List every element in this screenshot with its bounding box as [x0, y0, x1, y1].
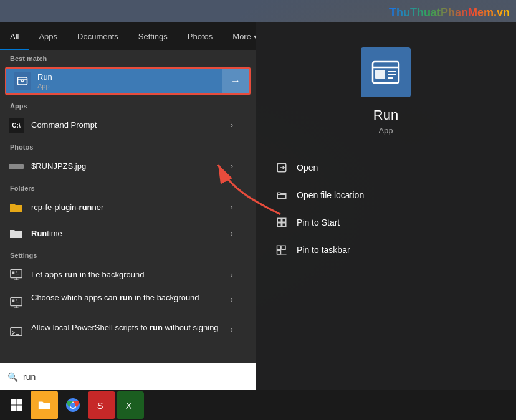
cmd-icon: C:\ [7, 117, 25, 134]
svg-rect-7 [12, 300, 15, 302]
settings-bg-icon [7, 266, 25, 284]
svg-rect-3 [12, 272, 15, 274]
tab-documents[interactable]: Documents [67, 22, 128, 50]
best-match-subtitle: App [37, 82, 217, 90]
pin-start-icon [274, 215, 289, 230]
results-list: Best match Run App → Apps C:\ [0, 50, 256, 363]
pin-start-action[interactable]: Pin to Start [274, 209, 497, 236]
svg-rect-28 [11, 399, 16, 405]
folder-runtime-name: Runtime [31, 229, 231, 239]
settings-bg-name: Let apps run in the background [31, 270, 231, 280]
chevron-right-icon-5: › [231, 270, 233, 279]
settings-ps-name: Allow local PowerShell scripts to run wi… [31, 323, 231, 333]
tab-photos[interactable]: Photos [178, 22, 222, 50]
photo-name: $RUNJPZS.jpg [31, 161, 231, 171]
chevron-right-icon-4: › [231, 229, 233, 238]
folder-yellow-icon [7, 199, 25, 216]
svg-rect-8 [16, 300, 17, 301]
taskbar-chrome[interactable] [59, 391, 87, 419]
cmd-name: Command Prompt [31, 120, 231, 130]
svg-rect-0 [18, 77, 27, 85]
chevron-right-icon-7: › [231, 325, 233, 334]
svg-text:X: X [126, 401, 132, 411]
svg-rect-30 [11, 406, 16, 411]
svg-rect-19 [277, 218, 281, 222]
pin-start-label: Pin to Start [297, 217, 340, 227]
taskbar-solitaire[interactable]: S [88, 391, 115, 419]
folder-white-icon [7, 225, 25, 242]
pin-taskbar-label: Pin to taskbar [297, 245, 350, 255]
settings-powershell-item[interactable]: Allow local PowerShell scripts to run wi… [0, 318, 256, 348]
chevron-right-icon-3: › [231, 203, 233, 212]
open-file-location-action[interactable]: Open file location [274, 181, 497, 209]
command-prompt-item[interactable]: C:\ Command Prompt › [0, 112, 256, 138]
chevron-right-icon: › [231, 121, 233, 130]
svg-rect-4 [16, 272, 17, 273]
svg-rect-9 [16, 302, 19, 302]
folder-plugin-name: rcp-fe-plugin-runner [31, 203, 231, 212]
settings-choose-icon [7, 294, 25, 312]
open-arrow-button[interactable]: → [222, 69, 249, 93]
app-icon-large [361, 47, 411, 97]
photos-section-label: Photos [0, 138, 256, 153]
nav-tabs: All Apps Documents Settings Photos More … [0, 22, 256, 50]
taskbar-file-explorer[interactable] [31, 391, 58, 419]
open-action[interactable]: Open [274, 154, 497, 181]
taskbar-excel[interactable]: X [117, 391, 144, 419]
right-panel: Run App Open Open file location [256, 22, 516, 390]
svg-rect-29 [17, 399, 22, 405]
taskbar: S X [0, 390, 516, 420]
open-file-location-label: Open file location [297, 190, 364, 200]
image-icon [7, 158, 25, 175]
svg-rect-5 [16, 274, 19, 274]
svg-point-34 [70, 403, 75, 408]
tab-all[interactable]: All [0, 22, 29, 50]
best-match-item[interactable]: Run App → [5, 67, 251, 95]
search-box: 🔍 [0, 363, 256, 390]
svg-rect-23 [277, 246, 281, 249]
pin-taskbar-action[interactable]: Pin to taskbar [274, 236, 497, 264]
svg-rect-31 [17, 406, 22, 411]
chevron-right-icon-6: › [231, 295, 233, 304]
svg-rect-22 [282, 223, 286, 227]
svg-rect-20 [282, 218, 286, 222]
settings-choose-name: Choose which apps can run in the backgro… [31, 293, 231, 303]
photo-item[interactable]: $RUNJPZS.jpg › [0, 153, 256, 179]
svg-rect-25 [277, 251, 281, 254]
folder-runtime-item[interactable]: Runtime › [0, 221, 256, 247]
folders-section-label: Folders [0, 179, 256, 194]
svg-text:S: S [97, 401, 103, 411]
settings-section-label: Settings [0, 247, 256, 262]
search-panel: All Apps Documents Settings Photos More … [0, 22, 256, 390]
app-name-large: Run [373, 107, 398, 123]
settings-background-item[interactable]: Let apps run in the background › [0, 262, 256, 288]
best-match-name: Run [37, 72, 217, 82]
svg-rect-14 [375, 70, 385, 79]
start-button[interactable] [2, 391, 30, 419]
open-icon [274, 160, 289, 175]
tab-apps[interactable]: Apps [29, 22, 67, 50]
best-match-label: Best match [0, 50, 256, 65]
search-input[interactable] [23, 372, 248, 382]
svg-rect-24 [282, 246, 285, 249]
settings-ps-icon [7, 324, 25, 341]
app-type-label: App [378, 126, 393, 135]
search-icon: 🔍 [7, 372, 18, 382]
pin-taskbar-icon [274, 242, 289, 257]
run-app-icon [14, 72, 31, 90]
action-list: Open Open file location Pin to Start [274, 154, 497, 264]
svg-rect-21 [277, 223, 281, 227]
settings-choose-item[interactable]: Choose which apps can run in the backgro… [0, 288, 256, 318]
apps-section-label: Apps [0, 97, 256, 112]
open-label: Open [297, 163, 318, 173]
tab-settings[interactable]: Settings [128, 22, 178, 50]
folder-open-icon [274, 188, 289, 203]
folder-plugin-item[interactable]: rcp-fe-plugin-runner › [0, 194, 256, 221]
chevron-right-icon-2: › [231, 162, 233, 171]
